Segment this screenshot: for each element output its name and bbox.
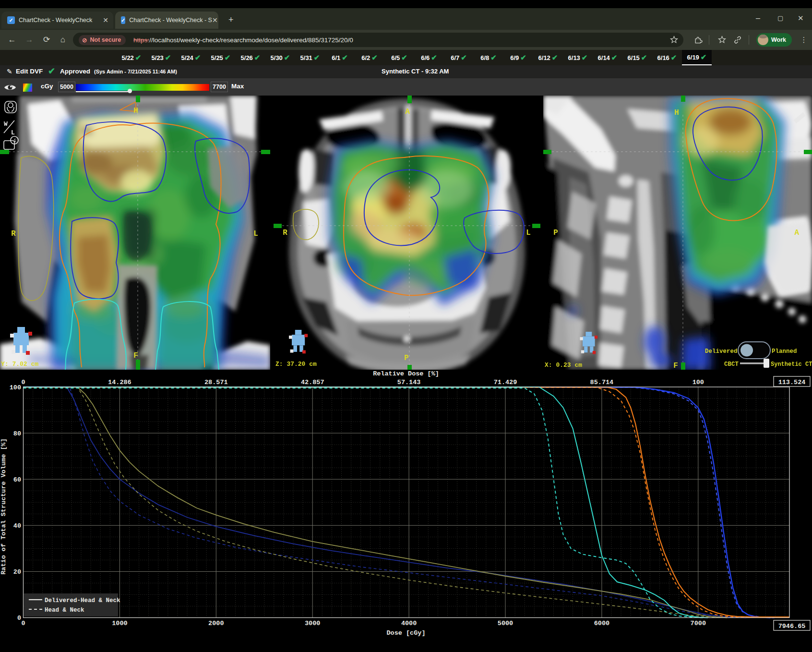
svg-text:Synthetic CT: Synthetic CT: [771, 361, 812, 368]
svg-text:W: W: [4, 121, 8, 128]
svg-text:80: 80: [13, 430, 21, 437]
svg-text:7946.65: 7946.65: [778, 623, 806, 630]
svg-text:Y: 7.02 cm: Y: 7.02 cm: [1, 361, 38, 368]
svg-text:57.143: 57.143: [397, 379, 421, 386]
svg-text:100: 100: [10, 384, 21, 391]
svg-text:L: L: [526, 229, 531, 237]
svg-text:2000: 2000: [208, 620, 224, 627]
svg-text:F: F: [673, 362, 678, 370]
svg-text:100: 100: [693, 379, 704, 386]
svg-text:60: 60: [13, 476, 21, 483]
svg-text:0: 0: [17, 615, 21, 622]
svg-text:i: i: [13, 138, 16, 144]
svg-text:A: A: [405, 108, 410, 116]
svg-text:4000: 4000: [401, 620, 417, 627]
svg-text:1000: 1000: [112, 620, 127, 627]
svg-text:Delivered-Head & Neck: Delivered-Head & Neck: [45, 597, 120, 604]
svg-text:R: R: [283, 229, 287, 237]
svg-text:R: R: [11, 229, 16, 238]
svg-text:Planned: Planned: [772, 348, 797, 355]
svg-text:3000: 3000: [305, 620, 320, 627]
svg-text:28.571: 28.571: [204, 379, 228, 386]
svg-text:Dose [cGy]: Dose [cGy]: [386, 629, 425, 637]
svg-text:H: H: [133, 107, 138, 115]
svg-text:Head & Neck: Head & Neck: [45, 607, 84, 614]
svg-text:7000: 7000: [691, 620, 706, 627]
svg-text:L: L: [11, 129, 15, 136]
svg-text:F: F: [133, 351, 138, 360]
svg-text:H: H: [674, 109, 679, 117]
svg-text:A: A: [794, 229, 799, 237]
svg-text:71.429: 71.429: [494, 379, 517, 386]
svg-text:X: 0.23 cm: X: 0.23 cm: [545, 362, 582, 369]
svg-text:Relative Dose [%]: Relative Dose [%]: [373, 370, 439, 377]
svg-text:40: 40: [13, 522, 21, 530]
svg-text:85.714: 85.714: [590, 379, 614, 386]
svg-text:Delivered: Delivered: [705, 348, 738, 355]
svg-text:5000: 5000: [498, 620, 513, 627]
svg-text:CBCT: CBCT: [724, 361, 739, 368]
svg-text:14.286: 14.286: [108, 379, 131, 386]
svg-text:20: 20: [13, 568, 21, 576]
svg-text:0: 0: [21, 379, 25, 386]
svg-text:Ratio of Total Structure Volum: Ratio of Total Structure Volume [%]: [0, 438, 7, 575]
svg-text:6000: 6000: [594, 620, 609, 627]
svg-text:113.524: 113.524: [778, 379, 806, 386]
svg-text:0: 0: [21, 620, 25, 627]
svg-text:Z: 37.20 cm: Z: 37.20 cm: [275, 361, 317, 368]
svg-text:P: P: [404, 354, 409, 362]
svg-text:L: L: [253, 229, 258, 238]
svg-text:42.857: 42.857: [301, 379, 324, 386]
svg-text:P: P: [553, 229, 558, 237]
